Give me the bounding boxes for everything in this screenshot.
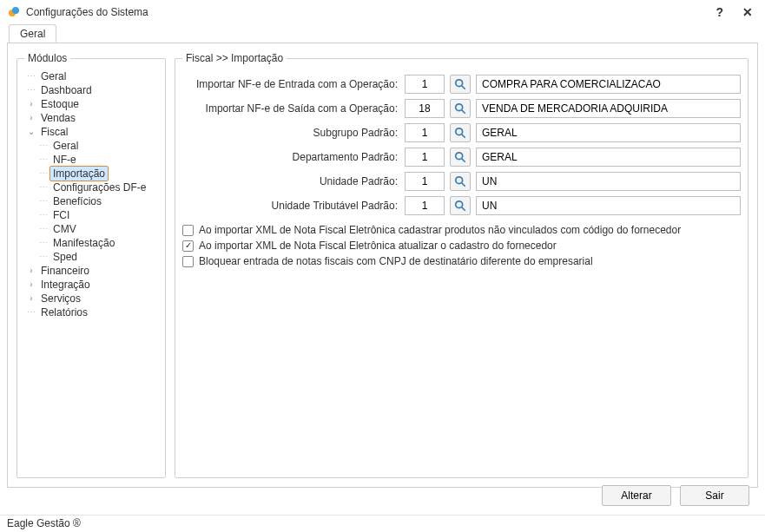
tree-item-label: Configurações DF-e: [50, 181, 148, 194]
content: Fiscal >> Importação Importar NF-e de En…: [175, 52, 749, 478]
tree-item-label: FCI: [50, 208, 72, 222]
tree-leaf-icon: ⋯: [38, 194, 49, 208]
code-input[interactable]: [405, 172, 445, 191]
tree-item[interactable]: ⋯Manifestação: [36, 236, 158, 250]
tab-geral[interactable]: Geral: [9, 24, 56, 43]
tree-item[interactable]: ⋯FCI: [36, 208, 158, 222]
svg-line-11: [462, 183, 465, 187]
chevron-right-icon[interactable]: ›: [26, 97, 36, 111]
lookup-button[interactable]: [450, 99, 471, 118]
checkbox-row: Bloquear entrada de notas fiscais com CN…: [182, 255, 741, 267]
tab-baseline: [7, 43, 758, 43]
tree-item[interactable]: ⋯Sped: [36, 250, 158, 264]
sair-button[interactable]: Sair: [680, 485, 749, 506]
tree-leaf-icon: ⋯: [38, 167, 49, 181]
lookup-button[interactable]: [450, 123, 471, 142]
tree-item[interactable]: ⋯Geral: [36, 139, 158, 153]
code-input[interactable]: [405, 148, 445, 167]
form-row: Unidade Padrão:: [182, 172, 741, 191]
description-input[interactable]: [476, 75, 741, 94]
tree-leaf-icon: ⋯: [26, 69, 36, 83]
tree-leaf-icon: ⋯: [38, 250, 49, 264]
svg-point-1: [12, 7, 19, 14]
search-icon: [454, 127, 466, 139]
checkbox-label: Bloquear entrada de notas fiscais com CN…: [199, 255, 593, 267]
tree-item[interactable]: ⋯Benefícios: [36, 194, 158, 208]
search-icon: [454, 102, 466, 115]
svg-line-5: [462, 110, 465, 114]
tree-item[interactable]: ›Estoque: [24, 97, 158, 111]
tree-item[interactable]: ⋯Configurações DF-e: [36, 181, 158, 194]
check-rows: Ao importar XML de Nota Fiscal Eletrônic…: [182, 224, 741, 267]
form-row: Importar NF-e de Entrada com a Operação:: [182, 75, 741, 94]
description-input[interactable]: [476, 196, 741, 215]
checkbox[interactable]: [182, 225, 194, 236]
footer-buttons: Alterar Sair: [602, 485, 749, 506]
code-input[interactable]: [405, 196, 445, 215]
svg-line-3: [462, 86, 465, 89]
tree-item[interactable]: ⌄Fiscal: [24, 125, 158, 139]
svg-line-7: [462, 135, 465, 138]
description-input[interactable]: [476, 148, 741, 167]
tree-item-label: Relatórios: [38, 305, 90, 319]
svg-line-9: [462, 159, 465, 162]
checkbox[interactable]: [182, 256, 194, 267]
chevron-right-icon[interactable]: ›: [26, 278, 36, 292]
tree-item[interactable]: ⋯NF-e: [36, 153, 158, 167]
tree-item-label: Importação: [50, 167, 108, 181]
content-legend: Fiscal >> Importação: [182, 52, 287, 64]
field-label: Unidade Padrão:: [182, 175, 399, 187]
checkbox-label: Ao importar XML de Nota Fiscal Eletrônic…: [199, 240, 557, 252]
checkbox-row: Ao importar XML de Nota Fiscal Eletrônic…: [182, 224, 741, 236]
window-title: Configurações do Sistema: [26, 6, 148, 18]
tree-item-label: Financeiro: [38, 264, 92, 278]
tree-item-label: Sped: [50, 250, 80, 264]
lookup-button[interactable]: [450, 148, 471, 167]
form-rows: Importar NF-e de Entrada com a Operação:…: [182, 75, 741, 215]
field-label: Importar NF-e de Entrada com a Operação:: [182, 78, 399, 90]
description-input[interactable]: [476, 99, 741, 118]
tree-item[interactable]: ⋯Geral: [24, 69, 158, 83]
search-icon: [454, 151, 466, 163]
tree-item-label: CMV: [50, 222, 79, 236]
tree-item[interactable]: ⋯CMV: [36, 222, 158, 236]
modules-tree[interactable]: ⋯Geral⋯Dashboard›Estoque›Vendas⌄Fiscal⋯G…: [24, 69, 158, 319]
form-row: Departamento Padrão:: [182, 148, 741, 167]
search-icon: [454, 78, 466, 90]
tree-item[interactable]: ›Vendas: [24, 111, 158, 125]
tree-item[interactable]: ›Serviços: [24, 292, 158, 305]
field-label: Importar NF-e de Saída com a Operação:: [182, 102, 399, 115]
tree-item[interactable]: ⋯Relatórios: [24, 305, 158, 319]
description-input[interactable]: [476, 123, 741, 142]
search-icon: [454, 175, 466, 187]
lookup-button[interactable]: [450, 196, 471, 215]
tree-item[interactable]: ⋯Dashboard: [24, 83, 158, 97]
lookup-button[interactable]: [450, 172, 471, 191]
tree-item[interactable]: ›Financeiro: [24, 264, 158, 278]
chevron-down-icon[interactable]: ⌄: [26, 125, 36, 139]
checkbox-label: Ao importar XML de Nota Fiscal Eletrônic…: [199, 224, 681, 236]
close-button[interactable]: ✕: [742, 5, 753, 19]
chevron-right-icon[interactable]: ›: [26, 264, 36, 278]
form-row: Subgrupo Padrão:: [182, 123, 741, 142]
chevron-right-icon[interactable]: ›: [26, 292, 36, 305]
tree-leaf-icon: ⋯: [38, 181, 49, 194]
description-input[interactable]: [476, 172, 741, 191]
tree-item[interactable]: ›Integração: [24, 278, 158, 292]
chevron-right-icon[interactable]: ›: [26, 111, 36, 125]
lookup-button[interactable]: [450, 75, 471, 94]
tree-item-label: Geral: [50, 139, 81, 153]
search-icon: [454, 200, 466, 212]
app-icon: [7, 5, 21, 19]
alterar-button[interactable]: Alterar: [602, 485, 671, 506]
checkbox[interactable]: [182, 240, 194, 252]
code-input[interactable]: [405, 75, 445, 94]
tree-item[interactable]: ⋯Importação: [36, 167, 158, 181]
tree-item-label: Manifestação: [50, 236, 117, 250]
help-button[interactable]: ?: [716, 5, 723, 19]
code-input[interactable]: [405, 123, 445, 142]
tree-leaf-icon: ⋯: [26, 83, 36, 97]
code-input[interactable]: [405, 99, 445, 118]
tree-leaf-icon: ⋯: [38, 208, 49, 222]
status-text: Eagle Gestão ®: [7, 517, 81, 529]
